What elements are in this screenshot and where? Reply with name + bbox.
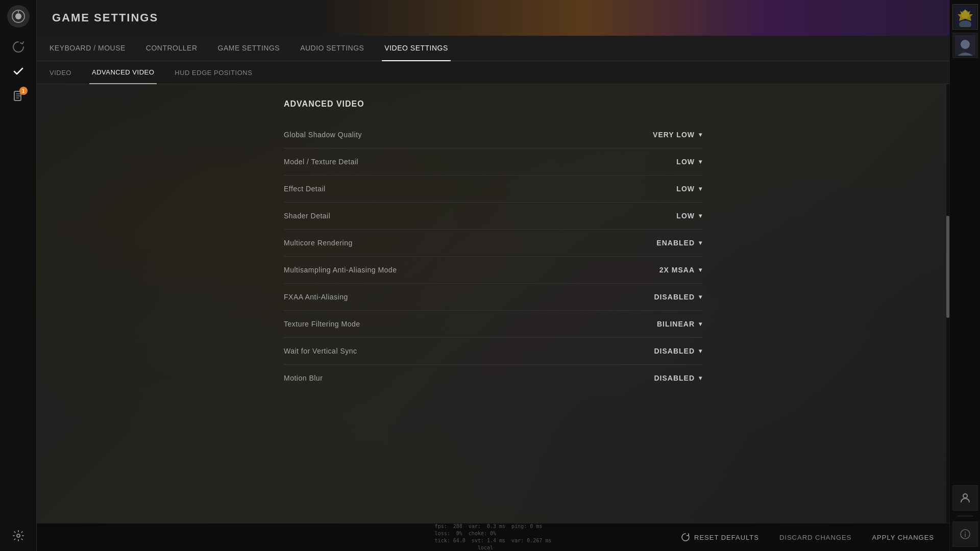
scrollbar-track[interactable] bbox=[946, 84, 949, 523]
global-shadow-value: VERY LOW bbox=[653, 131, 695, 139]
setting-row-global-shadow: Global Shadow Quality VERY LOW ▾ bbox=[284, 121, 702, 148]
setting-label-fxaa: FXAA Anti-Aliasing bbox=[284, 293, 348, 301]
chevron-icon-texture-detail: ▾ bbox=[699, 158, 702, 165]
setting-row-vsync: Wait for Vertical Sync DISABLED ▾ bbox=[284, 338, 702, 365]
nav-tabs: Keyboard / Mouse Controller Game setting… bbox=[37, 36, 949, 61]
setting-value-texture-detail[interactable]: LOW ▾ bbox=[631, 158, 702, 166]
header-area: GAME SETTINGS bbox=[37, 0, 949, 36]
tab-keyboard-mouse[interactable]: Keyboard / Mouse bbox=[47, 36, 128, 61]
shader-detail-value: LOW bbox=[676, 212, 695, 220]
setting-label-global-shadow: Global Shadow Quality bbox=[284, 131, 362, 139]
setting-row-effect-detail: Effect Detail LOW ▾ bbox=[284, 176, 702, 203]
user-profile-icon[interactable] bbox=[952, 485, 978, 511]
discard-changes-label: DISCARD CHANGES bbox=[779, 534, 851, 541]
page-title: GAME SETTINGS bbox=[37, 11, 158, 24]
content-area: Advanced Video Global Shadow Quality VER… bbox=[37, 84, 949, 523]
reset-icon bbox=[681, 533, 690, 542]
tab-video-settings[interactable]: Video Settings bbox=[382, 36, 450, 61]
reset-defaults-label: RESET DEFAULTS bbox=[694, 534, 759, 541]
reset-defaults-button[interactable]: RESET DEFAULTS bbox=[681, 533, 759, 542]
settings-panel: Advanced Video Global Shadow Quality VER… bbox=[263, 99, 723, 391]
setting-label-multicore: Multicore Rendering bbox=[284, 239, 353, 247]
texture-detail-value: LOW bbox=[676, 158, 695, 166]
setting-value-vsync[interactable]: DISABLED ▾ bbox=[631, 347, 702, 355]
chevron-icon-vsync: ▾ bbox=[699, 347, 702, 355]
sidebar-settings-icon[interactable] bbox=[8, 525, 29, 546]
subtab-advanced-video[interactable]: Advanced Video bbox=[89, 61, 157, 84]
setting-row-shader-detail: Shader Detail LOW ▾ bbox=[284, 203, 702, 230]
setting-value-texture-filtering[interactable]: BILINEAR ▾ bbox=[631, 320, 702, 328]
debug-info: fps: 288 var: 0.3 ms ping: 0 ms loss: 0%… bbox=[435, 523, 552, 551]
left-sidebar: 1 bbox=[0, 0, 37, 551]
msaa-value: 2X MSAA bbox=[659, 266, 695, 274]
vsync-value: DISABLED bbox=[654, 347, 695, 355]
setting-value-global-shadow[interactable]: VERY LOW ▾ bbox=[631, 131, 702, 139]
setting-row-multicore-rendering: Multicore Rendering ENABLED ▾ bbox=[284, 230, 702, 257]
main-content: GAME SETTINGS Keyboard / Mouse Controlle… bbox=[37, 0, 949, 551]
chevron-icon-fxaa: ▾ bbox=[699, 293, 702, 300]
sub-tabs: Video Advanced Video HUD Edge Positions bbox=[37, 61, 949, 84]
setting-value-msaa[interactable]: 2X MSAA ▾ bbox=[631, 266, 702, 274]
setting-row-texture-filtering: Texture Filtering Mode BILINEAR ▾ bbox=[284, 311, 702, 338]
chevron-icon-multicore: ▾ bbox=[699, 239, 702, 246]
chevron-icon-msaa: ▾ bbox=[699, 266, 702, 273]
setting-value-fxaa[interactable]: DISABLED ▾ bbox=[631, 293, 702, 301]
discard-changes-button[interactable]: DISCARD CHANGES bbox=[779, 534, 851, 541]
sidebar-documents-icon[interactable]: 1 bbox=[8, 86, 29, 106]
setting-value-shader-detail[interactable]: LOW ▾ bbox=[631, 212, 702, 220]
setting-label-shader-detail: Shader Detail bbox=[284, 212, 330, 220]
setting-row-texture-detail: Model / Texture Detail LOW ▾ bbox=[284, 148, 702, 176]
app-logo[interactable] bbox=[7, 5, 30, 28]
svg-point-4 bbox=[17, 534, 20, 537]
sidebar-sync-icon[interactable] bbox=[8, 37, 29, 57]
fxaa-value: DISABLED bbox=[654, 293, 695, 301]
footer-area: fps: 288 var: 0.3 ms ping: 0 ms loss: 0%… bbox=[37, 523, 949, 551]
chevron-icon-global-shadow: ▾ bbox=[699, 131, 702, 138]
svg-point-13 bbox=[965, 532, 966, 533]
setting-value-multicore[interactable]: ENABLED ▾ bbox=[631, 239, 702, 247]
setting-value-motion-blur[interactable]: DISABLED ▾ bbox=[631, 374, 702, 382]
right-sidebar-bottom bbox=[952, 485, 978, 547]
chevron-icon-effect-detail: ▾ bbox=[699, 185, 702, 192]
setting-label-texture-detail: Model / Texture Detail bbox=[284, 158, 358, 166]
tab-audio-settings[interactable]: Audio Settings bbox=[298, 36, 366, 61]
setting-row-motion-blur: Motion Blur DISABLED ▾ bbox=[284, 365, 702, 391]
setting-label-vsync: Wait for Vertical Sync bbox=[284, 347, 357, 355]
player-avatar-second[interactable] bbox=[952, 33, 978, 58]
setting-label-effect-detail: Effect Detail bbox=[284, 185, 326, 193]
tab-controller[interactable]: Controller bbox=[143, 36, 200, 61]
apply-changes-button[interactable]: APPLY CHANGES bbox=[872, 534, 934, 541]
setting-row-fxaa: FXAA Anti-Aliasing DISABLED ▾ bbox=[284, 284, 702, 311]
subtab-hud-edge[interactable]: HUD Edge Positions bbox=[172, 61, 255, 84]
info-icon[interactable] bbox=[952, 521, 978, 547]
scrollbar-thumb[interactable] bbox=[946, 216, 949, 318]
tab-game-settings[interactable]: Game settings bbox=[215, 36, 283, 61]
setting-label-msaa: Multisampling Anti-Aliasing Mode bbox=[284, 266, 397, 274]
multicore-value: ENABLED bbox=[656, 239, 695, 247]
apply-changes-label: APPLY CHANGES bbox=[872, 534, 934, 541]
motion-blur-value: DISABLED bbox=[654, 374, 695, 382]
chevron-icon-shader-detail: ▾ bbox=[699, 212, 702, 219]
svg-point-11 bbox=[963, 494, 967, 498]
setting-row-msaa: Multisampling Anti-Aliasing Mode 2X MSAA… bbox=[284, 257, 702, 284]
right-sidebar bbox=[949, 0, 980, 551]
section-title: Advanced Video bbox=[284, 99, 702, 109]
player-avatar-top[interactable] bbox=[952, 4, 978, 30]
documents-badge: 1 bbox=[19, 87, 28, 95]
sidebar-check-icon[interactable] bbox=[8, 61, 29, 82]
svg-point-10 bbox=[961, 40, 970, 49]
effect-detail-value: LOW bbox=[676, 185, 695, 193]
setting-label-motion-blur: Motion Blur bbox=[284, 374, 323, 382]
texture-filtering-value: BILINEAR bbox=[657, 320, 695, 328]
subtab-video[interactable]: Video bbox=[47, 61, 74, 84]
sidebar-divider bbox=[958, 516, 973, 516]
chevron-icon-motion-blur: ▾ bbox=[699, 374, 702, 382]
setting-value-effect-detail[interactable]: LOW ▾ bbox=[631, 185, 702, 193]
setting-label-texture-filtering: Texture Filtering Mode bbox=[284, 320, 360, 328]
chevron-icon-texture-filtering: ▾ bbox=[699, 320, 702, 328]
svg-point-1 bbox=[15, 13, 21, 19]
